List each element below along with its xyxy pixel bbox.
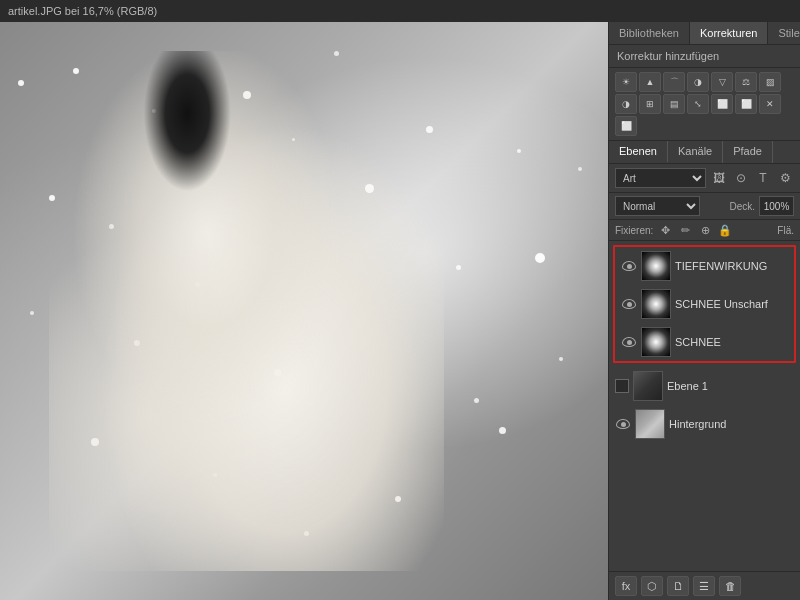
- layer-check-ebene1[interactable]: [615, 379, 629, 393]
- eye-icon-hintergrund: [616, 419, 630, 429]
- layer-thumb-ebene1: [633, 371, 663, 401]
- layer-icon-btn-4[interactable]: ⚙: [776, 169, 794, 187]
- layer-item-schnee[interactable]: SCHNEE: [615, 323, 794, 361]
- adj-arrows[interactable]: ⤡: [687, 94, 709, 114]
- tab-korrekturen[interactable]: Korrekturen: [690, 22, 768, 44]
- fix-brush-icon[interactable]: ✏: [677, 222, 693, 238]
- fix-lock-icon[interactable]: 🔒: [717, 222, 733, 238]
- layer-name-hintergrund: Hintergrund: [669, 418, 794, 430]
- layer-name-ebene1: Ebene 1: [667, 380, 794, 392]
- layer-visibility-schnee[interactable]: [621, 334, 637, 350]
- korrekturen-header: Korrektur hinzufügen: [609, 45, 800, 68]
- canvas-area: [0, 22, 608, 600]
- tab-bibliotheken[interactable]: Bibliotheken: [609, 22, 690, 44]
- action-mask-button[interactable]: ⬡: [641, 576, 663, 596]
- adj-balance[interactable]: ⚖: [735, 72, 757, 92]
- layer-visibility-hintergrund[interactable]: [615, 416, 631, 432]
- adj-curves[interactable]: ⌒: [663, 72, 685, 92]
- adj-grid[interactable]: ⊞: [639, 94, 661, 114]
- layer-thumb-hintergrund: [635, 409, 665, 439]
- adj-x[interactable]: ✕: [759, 94, 781, 114]
- adj-brightness[interactable]: ☀: [615, 72, 637, 92]
- eye-icon-schnee: [622, 337, 636, 347]
- photo-background: [0, 22, 608, 600]
- tab-stile[interactable]: Stile: [768, 22, 800, 44]
- adjustment-icons: ☀ ▲ ⌒ ◑ ▽ ⚖ ▨ ◑ ⊞ ▤ ⤡ ⬜ ⬜ ✕ ⬜: [609, 68, 800, 141]
- panel-tabs: Bibliotheken Korrekturen Stile: [609, 22, 800, 45]
- action-group-button[interactable]: ☰: [693, 576, 715, 596]
- layer-item-tiefenwirkung[interactable]: TIEFENWIRKUNG: [615, 247, 794, 285]
- layer-item-schnee-unscharf[interactable]: SCHNEE Unscharf: [615, 285, 794, 323]
- action-fx-button[interactable]: fx: [615, 576, 637, 596]
- layer-name-schnee: SCHNEE: [675, 336, 788, 348]
- layer-thumb-schnee: [641, 327, 671, 357]
- layer-kind-select[interactable]: Art: [615, 168, 706, 188]
- fix-link-icon[interactable]: ⊕: [697, 222, 713, 238]
- right-panel: Bibliotheken Korrekturen Stile Korrektur…: [608, 22, 800, 600]
- layer-item-ebene1[interactable]: Ebene 1: [609, 367, 800, 405]
- title-text: artikel.JPG bei 16,7% (RGB/8): [8, 5, 157, 17]
- blend-mode-select[interactable]: Normal: [615, 196, 700, 216]
- fill-label: Flä.: [777, 225, 794, 236]
- snow-overlay: [0, 22, 608, 600]
- eye-icon-tiefenwirkung: [622, 261, 636, 271]
- blend-row: Normal Deck.: [609, 193, 800, 220]
- photo-figure: [49, 51, 444, 571]
- opacity-input[interactable]: [759, 196, 794, 216]
- fix-move-icon[interactable]: ✥: [657, 222, 673, 238]
- layer-visibility-tiefenwirkung[interactable]: [621, 258, 637, 274]
- adj-sq1[interactable]: ⬜: [711, 94, 733, 114]
- action-delete-button[interactable]: 🗑: [719, 576, 741, 596]
- layer-thumb-schnee-unscharf: [641, 289, 671, 319]
- adj-triangle[interactable]: ▽: [711, 72, 733, 92]
- layer-icon-btn-3[interactable]: T: [754, 169, 772, 187]
- adj-lines[interactable]: ▤: [663, 94, 685, 114]
- eye-icon-schnee-unscharf: [622, 299, 636, 309]
- adj-levels[interactable]: ▲: [639, 72, 661, 92]
- adj-hue[interactable]: ◑: [615, 94, 637, 114]
- adj-bw[interactable]: ▨: [759, 72, 781, 92]
- tab-kanaele[interactable]: Kanäle: [668, 141, 723, 163]
- fix-row: Fixieren: ✥ ✏ ⊕ 🔒 Flä.: [609, 220, 800, 241]
- fix-label: Fixieren:: [615, 225, 653, 236]
- layer-visibility-schnee-unscharf[interactable]: [621, 296, 637, 312]
- layer-icon-btn-2[interactable]: ⊙: [732, 169, 750, 187]
- layer-actions: fx ⬡ 🗋 ☰ 🗑: [609, 571, 800, 600]
- tab-ebenen[interactable]: Ebenen: [609, 141, 668, 163]
- layer-name-tiefenwirkung: TIEFENWIRKUNG: [675, 260, 788, 272]
- layers-list: TIEFENWIRKUNG SCHNEE Unscharf SC: [609, 241, 800, 571]
- layer-tabs: Ebenen Kanäle Pfade: [609, 141, 800, 164]
- opacity-label: Deck.: [729, 201, 755, 212]
- layer-controls: Art 🖼 ⊙ T ⚙: [609, 164, 800, 193]
- action-new-button[interactable]: 🗋: [667, 576, 689, 596]
- tab-pfade[interactable]: Pfade: [723, 141, 773, 163]
- main-area: Bibliotheken Korrekturen Stile Korrektur…: [0, 22, 800, 600]
- layer-thumb-tiefenwirkung: [641, 251, 671, 281]
- layer-icon-btn-1[interactable]: 🖼: [710, 169, 728, 187]
- title-bar: artikel.JPG bei 16,7% (RGB/8): [0, 0, 800, 22]
- layer-group-highlight: TIEFENWIRKUNG SCHNEE Unscharf SC: [613, 245, 796, 363]
- adj-sq3[interactable]: ⬜: [615, 116, 637, 136]
- layer-name-schnee-unscharf: SCHNEE Unscharf: [675, 298, 788, 310]
- adj-sq2[interactable]: ⬜: [735, 94, 757, 114]
- adj-exposure[interactable]: ◑: [687, 72, 709, 92]
- layer-item-hintergrund[interactable]: Hintergrund: [609, 405, 800, 443]
